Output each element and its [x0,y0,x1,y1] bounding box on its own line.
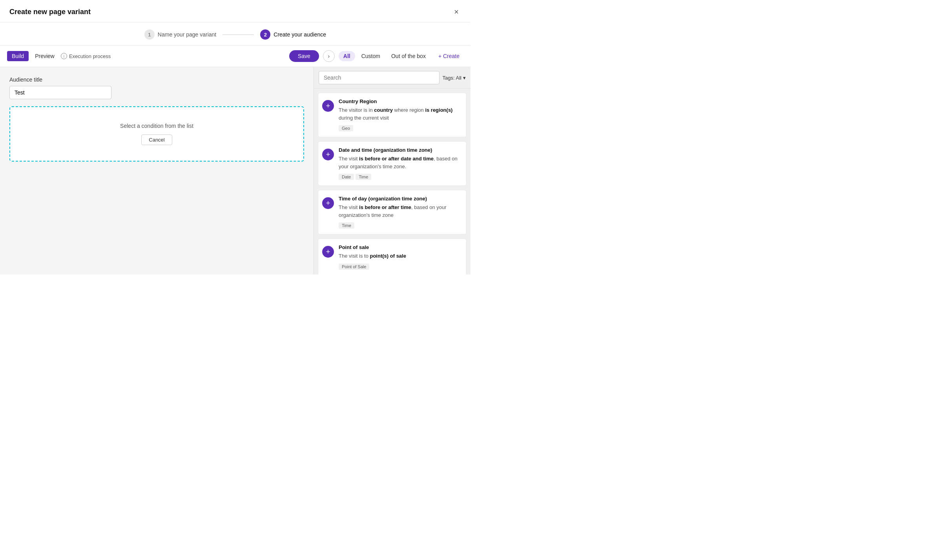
step-2-label: Create your audience [274,31,326,38]
tag-pill: Time [339,222,354,229]
cancel-button[interactable]: Cancel [141,135,172,145]
card-desc-country-region: The visitor is in country where region i… [339,106,461,122]
audience-title-label: Audience title [9,76,304,83]
main-content: Audience title Select a condition from t… [0,67,470,275]
tag-pill: Point of Sale [339,264,369,270]
card-tags-date-and-time: DateTime [339,173,461,180]
step-line [222,35,254,35]
left-panel: Audience title Select a condition from t… [0,67,314,275]
stepper: 1 Name your page variant 2 Create your a… [0,22,470,45]
card-title-point-of-sale: Point of sale [339,244,461,250]
toolbar-right: Save › All Custom Out of the box + Creat… [289,50,463,62]
card-content-date-and-time: Date and time (organization time zone)Th… [339,147,461,180]
step-1-circle: 1 [144,29,155,40]
condition-card-time-of-day: +Time of day (organization time zone)The… [318,190,467,235]
tag-pill: Time [356,174,371,180]
step-2: 2 Create your audience [260,29,326,40]
tab-build[interactable]: Build [7,51,29,61]
right-panel: Tags: All ▾ +Country RegionThe visitor i… [314,67,470,275]
chevron-down-icon: ▾ [463,75,466,81]
search-bar: Tags: All ▾ [314,67,470,89]
add-condition-button-date-and-time[interactable]: + [322,149,334,160]
tag-pill: Date [339,174,354,180]
execution-info[interactable]: i Execution process [61,53,111,59]
filter-tab-custom[interactable]: Custom [357,51,385,61]
dialog-title: Create new page variant [9,8,91,16]
step-1: 1 Name your page variant [144,29,216,40]
info-icon: i [61,53,67,59]
step-2-circle: 2 [260,29,270,40]
filter-tab-out-of-box[interactable]: Out of the box [387,51,430,61]
toolbar-left: Build Preview i Execution process [7,51,285,61]
card-content-country-region: Country RegionThe visitor is in country … [339,98,461,131]
card-title-country-region: Country Region [339,98,461,104]
card-title-date-and-time: Date and time (organization time zone) [339,147,461,153]
condition-placeholder-text: Select a condition from the list [18,123,295,129]
card-content-point-of-sale: Point of saleThe visit is to point(s) of… [339,244,461,270]
audience-title-input[interactable] [9,86,111,99]
save-button[interactable]: Save [289,50,319,62]
condition-card-date-and-time: +Date and time (organization time zone)T… [318,141,467,186]
conditions-list: +Country RegionThe visitor is in country… [314,89,470,275]
filter-tabs: All Custom Out of the box [339,51,430,61]
add-condition-button-time-of-day[interactable]: + [322,197,334,209]
card-tags-point-of-sale: Point of Sale [339,263,461,270]
card-content-time-of-day: Time of day (organization time zone)The … [339,196,461,229]
forward-arrow-button[interactable]: › [323,50,335,62]
condition-card-country-region: +Country RegionThe visitor is in country… [318,93,467,137]
add-condition-button-country-region[interactable]: + [322,100,334,112]
card-desc-point-of-sale: The visit is to point(s) of sale [339,252,461,260]
filter-tab-all[interactable]: All [339,51,355,61]
card-tags-time-of-day: Time [339,222,461,229]
dialog-header: Create new page variant × [0,0,470,22]
card-desc-time-of-day: The visit is before or after time, based… [339,204,461,219]
card-title-time-of-day: Time of day (organization time zone) [339,196,461,202]
condition-card-point-of-sale: +Point of saleThe visit is to point(s) o… [318,238,467,275]
add-condition-button-point-of-sale[interactable]: + [322,246,334,258]
search-input[interactable] [319,71,439,84]
toolbar: Build Preview i Execution process Save ›… [0,45,470,67]
tab-preview[interactable]: Preview [30,51,59,61]
card-desc-date-and-time: The visit is before or after date and ti… [339,155,461,170]
create-button[interactable]: + Create [434,51,463,61]
execution-label: Execution process [69,53,111,59]
condition-box: Select a condition from the list Cancel [9,106,304,162]
card-tags-country-region: Geo [339,125,461,131]
tag-pill: Geo [339,125,353,131]
tags-filter[interactable]: Tags: All ▾ [443,75,466,81]
step-1-label: Name your page variant [158,31,216,38]
close-button[interactable]: × [452,7,461,16]
